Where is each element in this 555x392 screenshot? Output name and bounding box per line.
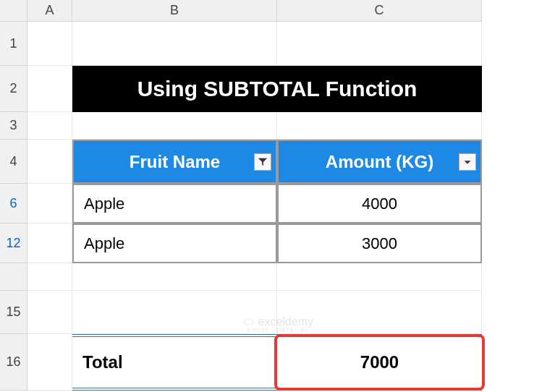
cell-c3[interactable] — [277, 112, 482, 140]
header-amount-label: Amount (KG) — [326, 152, 433, 172]
cell-c15[interactable] — [277, 291, 482, 334]
title-cell[interactable]: Using SUBTOTAL Function — [72, 66, 482, 112]
row-header-3[interactable]: 3 — [0, 112, 27, 140]
cell-a1[interactable] — [27, 22, 72, 66]
cell-b3[interactable] — [72, 112, 277, 140]
row-header-1[interactable]: 1 — [0, 22, 27, 66]
cell-b15[interactable] — [72, 291, 277, 334]
cell-a3[interactable] — [27, 112, 72, 140]
cell-b1[interactable] — [72, 22, 277, 66]
row-header-15[interactable]: 15 — [0, 291, 27, 334]
table-cell-fruit-1[interactable]: Apple — [72, 184, 277, 223]
table-cell-amount-1[interactable]: 4000 — [277, 184, 482, 223]
total-label-cell[interactable]: Total — [72, 334, 277, 391]
filter-active-icon — [258, 157, 268, 167]
cell-c-blank[interactable] — [277, 263, 482, 291]
col-header-a[interactable]: A — [27, 0, 72, 22]
cell-a12[interactable] — [27, 223, 72, 263]
row-header-4[interactable]: 4 — [0, 140, 27, 184]
cell-a-blank[interactable] — [27, 263, 72, 291]
table-cell-amount-2[interactable]: 3000 — [277, 223, 482, 263]
dropdown-arrow-icon — [462, 157, 473, 167]
row-header-16[interactable]: 16 — [0, 334, 27, 391]
cell-c1[interactable] — [277, 22, 482, 66]
select-all-corner[interactable] — [0, 0, 27, 22]
row-header-2[interactable]: 2 — [0, 66, 27, 112]
cell-a6[interactable] — [27, 184, 72, 223]
cell-a4[interactable] — [27, 140, 72, 184]
row-header-blank[interactable] — [0, 263, 27, 291]
cell-a2[interactable] — [27, 66, 72, 112]
col-header-b[interactable]: B — [72, 0, 277, 22]
total-value-text: 7000 — [360, 352, 399, 372]
filter-button-amount[interactable] — [459, 153, 476, 171]
row-header-12[interactable]: 12 — [0, 223, 27, 263]
cell-b-blank[interactable] — [72, 263, 277, 291]
header-fruit-label: Fruit Name — [130, 152, 220, 172]
table-header-amount[interactable]: Amount (KG) — [277, 140, 482, 184]
table-cell-fruit-2[interactable]: Apple — [72, 223, 277, 263]
cell-a16[interactable] — [27, 334, 72, 391]
total-value-cell[interactable]: 7000 — [277, 334, 482, 391]
filter-button-fruit[interactable] — [254, 153, 271, 171]
row-header-6[interactable]: 6 — [0, 184, 27, 223]
col-header-c[interactable]: C — [277, 0, 482, 22]
cell-a15[interactable] — [27, 291, 72, 334]
spreadsheet-grid: A B C 1 2 3 4 6 12 15 16 Using SUBTOTAL … — [0, 0, 482, 391]
table-header-fruit[interactable]: Fruit Name — [72, 140, 277, 184]
